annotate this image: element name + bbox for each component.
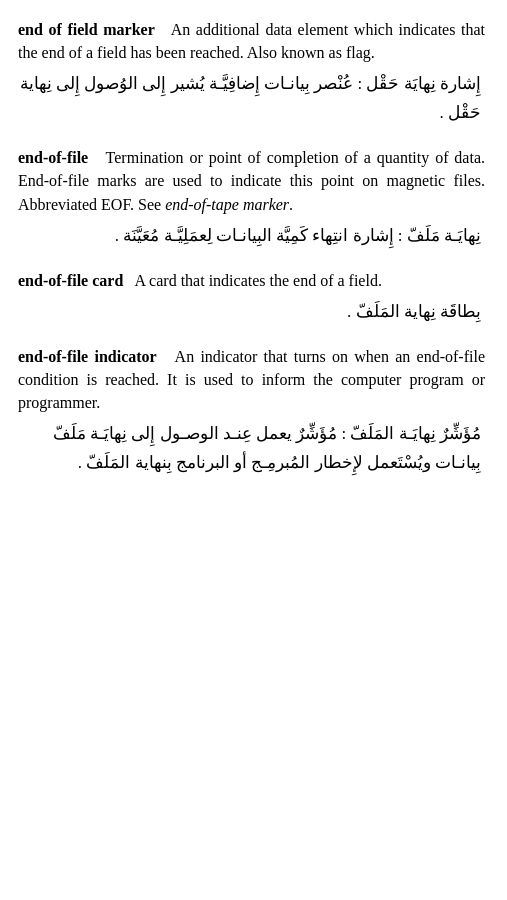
term-end-of-file: end-of-file [18, 149, 88, 166]
entry-body-end-of-file: end-of-file Termination or point of comp… [18, 146, 485, 216]
entry-body-end-of-field-marker: end of field marker An additional data e… [18, 18, 485, 64]
entry-end-of-file-indicator: end-of-file indicator An indicator that … [18, 345, 485, 478]
term-end-of-file-indicator: end-of-file indicator [18, 348, 157, 365]
term-end-of-field-marker: end of field marker [18, 21, 155, 38]
entry-end-of-file: end-of-file Termination or point of comp… [18, 146, 485, 250]
def-end-of-file: Termination or point of completion of a … [18, 149, 485, 212]
term-end-of-file-card: end-of-file card [18, 272, 123, 289]
arabic-end-of-field-marker: إِشارة نِهايَة حَقْل : عُنْصر بِيانـات إ… [18, 70, 485, 128]
entry-body-end-of-file-indicator: end-of-file indicator An indicator that … [18, 345, 485, 415]
arabic-end-of-file: نِهايَـة مَلَفّ : إِشارة انتِهاء كَمِيَّ… [18, 222, 485, 251]
arabic-end-of-file-indicator: مُؤَشِّرٌ نِهايَـة المَلَفّ : مُؤَشِّرٌ … [18, 420, 485, 478]
arabic-end-of-file-card: بِطاقَة نِهاية المَلَفّ . [18, 298, 485, 327]
entry-end-of-file-card: end-of-file card A card that indicates t… [18, 269, 485, 327]
entry-end-of-field-marker: end of field marker An additional data e… [18, 18, 485, 128]
def-end-of-file-card: A card that indicates the end of a field… [127, 272, 382, 289]
italic-end-of-tape: end-of-tape marker [165, 196, 289, 213]
entry-body-end-of-file-card: end-of-file card A card that indicates t… [18, 269, 485, 292]
